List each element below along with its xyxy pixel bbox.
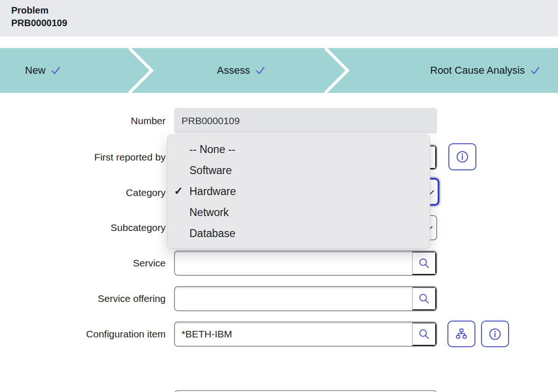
configuration-item-label: Configuration item — [0, 322, 166, 347]
category-label: Category — [0, 179, 166, 207]
stage-label: Root Cause Analysis — [430, 64, 525, 77]
category-dropdown-menu: -- None -- Software ✓ Hardware Network D… — [167, 134, 430, 249]
stage-check-icon — [530, 65, 540, 76]
dropdown-option-none[interactable]: -- None -- — [167, 139, 430, 160]
dropdown-option-network[interactable]: Network — [167, 202, 430, 223]
search-icon — [418, 257, 430, 269]
record-type-title: Problem — [11, 4, 558, 17]
record-header: Problem PRB0000109 — [0, 0, 558, 36]
process-flow-bar: New Assess Root Cause Analysis — [0, 48, 558, 93]
check-icon: ✓ — [174, 185, 183, 197]
number-label: Number — [0, 108, 166, 133]
search-icon — [418, 293, 430, 305]
info-icon — [488, 327, 502, 341]
stage-check-icon — [51, 65, 61, 76]
dropdown-option-software[interactable]: Software — [167, 160, 430, 181]
hierarchy-icon — [455, 328, 468, 341]
configuration-item-input[interactable] — [175, 322, 412, 346]
service-search-button[interactable] — [412, 252, 436, 275]
stage-assess[interactable]: Assess — [217, 48, 265, 93]
service-offering-search-button[interactable] — [412, 287, 436, 310]
stage-new[interactable]: New — [25, 48, 61, 93]
configuration-item-search-button[interactable] — [412, 322, 436, 346]
service-offering-input[interactable] — [175, 287, 412, 310]
problem-form-screen: Problem PRB0000109 New Assess Root Cause… — [0, 0, 558, 392]
stage-label: New — [25, 64, 45, 77]
dropdown-option-hardware[interactable]: ✓ Hardware — [167, 181, 430, 202]
record-id: PRB0000109 — [11, 17, 558, 29]
search-icon — [418, 328, 430, 340]
service-label: Service — [0, 251, 166, 276]
number-input — [174, 108, 437, 133]
first-reported-by-label: First reported by — [0, 145, 166, 170]
first-reported-by-preview-button[interactable] — [448, 143, 476, 170]
stage-check-icon — [255, 65, 265, 76]
stage-root-cause-analysis[interactable]: Root Cause Analysis — [430, 48, 540, 93]
service-input[interactable] — [175, 252, 412, 275]
dropdown-option-database[interactable]: Database — [167, 223, 430, 244]
service-offering-label: Service offering — [0, 286, 166, 311]
info-icon — [455, 150, 469, 164]
stage-label: Assess — [217, 64, 250, 77]
next-field-partial[interactable] — [174, 390, 437, 392]
service-field — [174, 251, 437, 276]
configuration-item-dependency-view-button[interactable] — [447, 321, 475, 347]
subcategory-label: Subcategory — [0, 215, 166, 240]
configuration-item-field — [174, 322, 437, 347]
service-offering-field — [174, 286, 437, 311]
configuration-item-preview-button[interactable] — [481, 321, 509, 347]
